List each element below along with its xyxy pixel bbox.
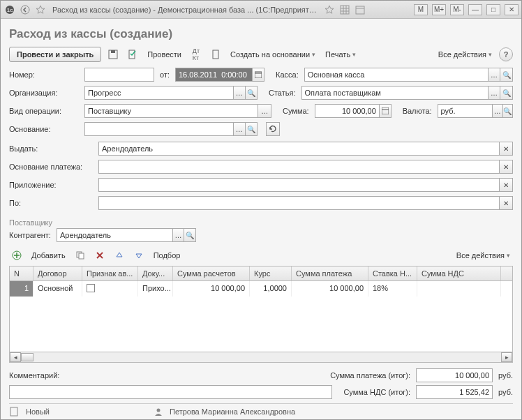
summa-input[interactable] — [315, 104, 380, 118]
add-button[interactable]: Добавить — [29, 249, 68, 262]
search-icon[interactable]: 🔍 — [503, 104, 513, 118]
star2-icon[interactable] — [323, 3, 336, 16]
commit-label: Провести — [147, 50, 181, 59]
osn-pl-label: Основание платежа: — [9, 163, 93, 171]
move-down-icon[interactable] — [131, 248, 147, 263]
maximize-button[interactable]: □ — [486, 4, 500, 15]
star-icon[interactable] — [34, 3, 47, 16]
copy-icon[interactable] — [73, 248, 88, 263]
date-input[interactable] — [175, 68, 253, 82]
summa-nds-itog-input[interactable] — [416, 385, 493, 399]
osnovanie-input[interactable] — [84, 122, 234, 136]
page-title: Расход из кассы (создание) — [9, 27, 513, 41]
all-actions-grid-button[interactable]: Все действия▾ — [454, 249, 513, 262]
col-priznak[interactable]: Признак ав... — [82, 267, 138, 280]
org-input[interactable] — [84, 86, 234, 100]
select-button[interactable]: … — [234, 86, 246, 100]
print-label: Печать — [325, 50, 350, 59]
podbor-button[interactable]: Подбор — [151, 249, 184, 262]
col-kurs[interactable]: Курс — [250, 267, 292, 280]
svg-point-26 — [156, 409, 160, 412]
minimize-button[interactable]: — — [468, 4, 482, 15]
add-icon[interactable] — [9, 248, 24, 263]
calendar-icon[interactable] — [354, 3, 366, 16]
scroll-thumb[interactable] — [21, 353, 33, 361]
chevron-down-icon: ▾ — [489, 51, 492, 58]
prilozhenie-input[interactable] — [98, 178, 500, 192]
print-button[interactable]: Печать▾ — [322, 48, 359, 61]
cell-doku: Прихо... — [138, 281, 173, 297]
mem-mminus-button[interactable]: M- — [450, 4, 464, 15]
commit-close-button[interactable]: Провести и закрыть — [9, 47, 101, 62]
select-button[interactable]: … — [258, 104, 271, 118]
clear-icon[interactable]: ✕ — [500, 178, 513, 192]
kontragent-input[interactable] — [57, 228, 173, 242]
scroll-right-icon[interactable]: ▸ — [501, 352, 512, 362]
commit-button[interactable]: Провести — [144, 48, 184, 61]
window-titlebar: 1c Расход из кассы (создание) - Демонстр… — [1, 1, 521, 19]
help-button[interactable]: ? — [499, 47, 513, 61]
col-doku[interactable]: Доку... — [138, 267, 173, 280]
nomer-input[interactable] — [84, 68, 154, 82]
clear-icon[interactable]: ✕ — [500, 196, 513, 210]
cell-kurs: 1,0000 — [250, 281, 292, 297]
create-based-button[interactable]: Создать на основании▾ — [228, 48, 318, 61]
select-button[interactable]: … — [234, 122, 246, 136]
clear-icon[interactable]: ✕ — [500, 160, 513, 174]
all-actions-label: Все действия — [438, 50, 486, 59]
vydat-label: Выдать: — [9, 144, 93, 153]
checkbox-unchecked-icon[interactable] — [87, 284, 95, 292]
kommentariy-input[interactable] — [9, 385, 332, 399]
calc-icon[interactable] — [380, 104, 392, 118]
cell-priznak — [82, 281, 138, 297]
svg-rect-11 — [111, 50, 115, 53]
calendar-picker-icon[interactable] — [253, 68, 264, 82]
col-summa-nds[interactable]: Сумма НДС — [417, 267, 501, 280]
doc-icon[interactable] — [208, 47, 223, 62]
table-row[interactable]: 1 Основной Прихо... 10 000,00 1,0000 10 … — [10, 281, 512, 297]
statya-input[interactable] — [301, 86, 489, 100]
search-icon[interactable]: 🔍 — [246, 122, 258, 136]
valuta-label: Валюта: — [403, 107, 432, 115]
back-icon[interactable] — [19, 3, 31, 16]
osn-pl-input[interactable] — [98, 160, 500, 174]
select-button[interactable]: … — [493, 104, 502, 118]
col-dogovor[interactable]: Договор — [33, 267, 82, 280]
col-n[interactable]: N — [10, 267, 33, 280]
select-button[interactable]: … — [489, 68, 501, 82]
svg-rect-14 — [255, 72, 262, 78]
vid-op-input[interactable] — [84, 104, 258, 118]
kassa-input[interactable] — [304, 68, 489, 82]
summa-plat-itog-input[interactable] — [416, 368, 493, 382]
select-button[interactable]: … — [173, 228, 185, 242]
select-button[interactable]: … — [489, 86, 501, 100]
all-actions-button[interactable]: Все действия▾ — [435, 48, 495, 61]
valuta-input[interactable] — [438, 104, 493, 118]
horizontal-scrollbar[interactable]: ◂ ▸ — [9, 352, 513, 363]
search-icon[interactable]: 🔍 — [246, 86, 258, 100]
user-icon — [154, 407, 163, 416]
po-input[interactable] — [98, 196, 500, 210]
save-icon[interactable] — [105, 47, 121, 62]
svg-point-2 — [21, 6, 29, 14]
grid-icon[interactable] — [338, 3, 351, 16]
refresh-icon[interactable] — [266, 122, 280, 136]
col-stavka[interactable]: Ставка Н... — [368, 267, 417, 280]
dtkt-icon[interactable]: ДтКт — [188, 47, 204, 62]
commit-icon[interactable] — [125, 47, 140, 62]
col-summa-plat[interactable]: Сумма платежа — [292, 267, 368, 280]
delete-icon[interactable] — [92, 248, 107, 263]
mem-mplus-button[interactable]: M+ — [432, 4, 446, 15]
move-up-icon[interactable] — [112, 248, 127, 263]
clear-icon[interactable]: ✕ — [500, 142, 513, 156]
all-actions-label: Все действия — [456, 251, 505, 260]
search-icon[interactable]: 🔍 — [184, 228, 196, 242]
col-summa-rasch[interactable]: Сумма расчетов — [173, 267, 250, 280]
mem-m-button[interactable]: M — [414, 4, 428, 15]
search-icon[interactable]: 🔍 — [500, 86, 513, 100]
cell-stavka: 18% — [368, 281, 417, 297]
search-icon[interactable]: 🔍 — [500, 68, 513, 82]
scroll-left-icon[interactable]: ◂ — [10, 352, 21, 362]
vydat-input[interactable] — [98, 142, 500, 156]
close-button[interactable]: ✕ — [505, 4, 519, 15]
